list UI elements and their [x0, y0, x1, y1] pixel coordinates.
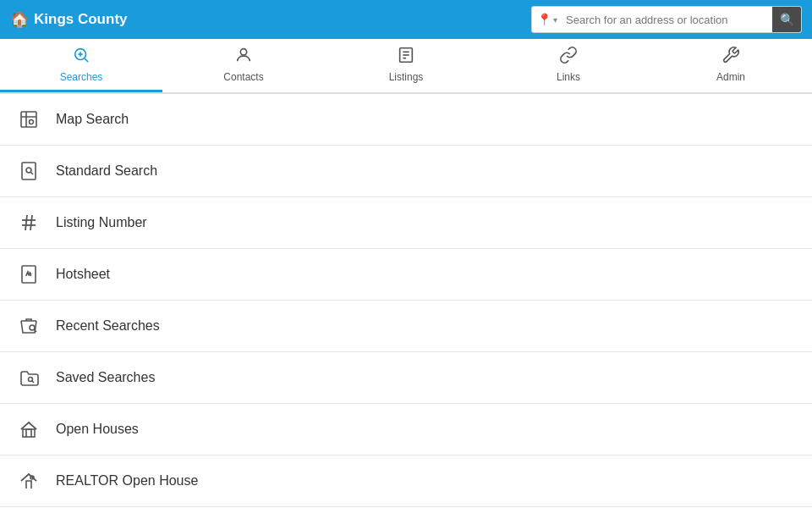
svg-point-21 — [29, 378, 33, 382]
svg-line-1 — [85, 58, 88, 62]
svg-point-19 — [30, 325, 35, 330]
menu-item-map-search[interactable]: Map Search — [0, 94, 812, 146]
nav-tabs: Searches Contacts Listings Links Admin — [0, 39, 812, 94]
menu-item-hotsheet[interactable]: Hotsheet — [0, 249, 812, 301]
svg-line-13 — [31, 173, 34, 175]
tab-contacts[interactable]: Contacts — [162, 39, 325, 92]
admin-icon — [721, 46, 740, 69]
svg-point-12 — [26, 168, 31, 173]
menu-item-saved-searches[interactable]: Saved Searches — [0, 352, 812, 404]
tab-searches[interactable]: Searches — [0, 39, 162, 92]
hotsheet-icon — [17, 264, 41, 284]
menu-label-recent-searches: Recent Searches — [56, 318, 160, 334]
menu-item-listing-number[interactable]: Listing Number — [0, 197, 812, 249]
tab-listings[interactable]: Listings — [325, 39, 487, 92]
tab-label-admin: Admin — [716, 71, 745, 83]
svg-line-17 — [30, 215, 32, 230]
app-header: 🏠 Kings County 📍▾ 🔍 — [0, 0, 812, 39]
svg-line-16 — [25, 215, 27, 230]
svg-rect-9 — [21, 112, 36, 127]
searches-icon — [72, 46, 91, 69]
svg-line-22 — [32, 381, 34, 383]
svg-rect-23 — [23, 429, 35, 437]
map-search-icon — [17, 109, 41, 130]
location-search-bar[interactable]: 📍▾ 🔍 — [531, 6, 802, 33]
listing-number-icon — [17, 213, 41, 233]
menu-label-realtor-open-house: REALTOR Open House — [56, 473, 198, 489]
realtor-open-house-icon — [17, 471, 41, 491]
tab-label-links: Links — [557, 71, 580, 83]
menu-item-recent-searches[interactable]: Recent Searches — [0, 301, 812, 352]
links-icon — [559, 46, 578, 69]
menu-label-standard-search: Standard Search — [56, 163, 157, 179]
recent-searches-icon — [17, 316, 41, 336]
menu-item-open-houses[interactable]: Open Houses — [0, 404, 812, 456]
listings-icon — [397, 46, 415, 69]
menu-label-open-houses: Open Houses — [56, 422, 139, 437]
menu-item-standard-search[interactable]: Standard Search — [0, 146, 812, 197]
location-pin-icon: 📍▾ — [532, 13, 562, 26]
menu-label-listing-number: Listing Number — [56, 215, 147, 230]
menu-item-realtor-open-house[interactable]: REALTOR Open House — [0, 456, 812, 507]
tab-label-listings: Listings — [389, 71, 424, 83]
open-houses-icon — [17, 419, 41, 439]
standard-search-icon — [17, 161, 41, 181]
search-input[interactable] — [562, 7, 772, 32]
svg-point-4 — [240, 49, 246, 55]
search-glass-icon: 🔍 — [780, 13, 794, 26]
menu-label-saved-searches: Saved Searches — [56, 370, 155, 385]
tab-links[interactable]: Links — [487, 39, 650, 92]
home-icon: 🏠 — [10, 10, 29, 29]
menu-label-map-search: Map Search — [56, 112, 129, 127]
brand-logo: 🏠 Kings County — [10, 10, 128, 29]
menu-label-hotsheet: Hotsheet — [56, 267, 110, 282]
menu-list: Map Search Standard Search Listing Numbe… — [0, 94, 812, 507]
search-button[interactable]: 🔍 — [772, 7, 801, 32]
tab-label-contacts: Contacts — [223, 71, 263, 83]
saved-searches-icon — [17, 367, 41, 388]
tab-label-searches: Searches — [60, 71, 103, 83]
contacts-icon — [234, 46, 253, 69]
brand-name: Kings County — [34, 11, 128, 28]
tab-admin[interactable]: Admin — [650, 39, 812, 92]
svg-point-10 — [30, 120, 34, 124]
svg-rect-11 — [22, 163, 36, 179]
